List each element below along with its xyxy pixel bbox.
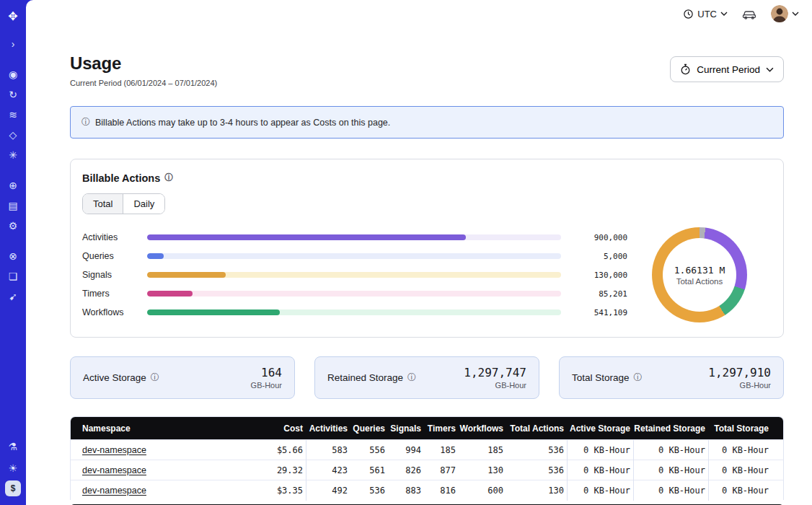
namespaces-icon[interactable]: ⊕: [4, 176, 22, 195]
cell-total-actions: 536: [506, 465, 567, 475]
feedback-icon[interactable]: ➹: [4, 287, 22, 306]
credits-dollar-icon[interactable]: $: [5, 480, 21, 496]
car-icon[interactable]: [742, 9, 756, 19]
stat-label: Retained Storage: [327, 372, 403, 383]
stat-unit: GB-Hour: [708, 381, 771, 390]
usage-icon[interactable]: ▤: [4, 196, 22, 215]
stat-value: 164: [251, 366, 282, 379]
billable-actions-chart: Activities 900,000 Queries 5,000 Signals…: [82, 227, 772, 322]
col-retained-storage: Retained Storage: [633, 423, 708, 434]
topbar: UTC: [26, 0, 812, 27]
info-icon[interactable]: ⓘ: [151, 372, 159, 384]
chevron-down-icon: [720, 12, 728, 16]
sidebar-expand-icon[interactable]: ›: [4, 35, 22, 53]
task-queues-icon[interactable]: ≋: [4, 105, 22, 124]
bar-fill: [147, 253, 164, 259]
bar-category-label: Queries: [82, 251, 137, 261]
col-total-storage: Total Storage: [708, 423, 772, 434]
cell-retained-storage: 0 KB-Hour: [633, 460, 708, 480]
deployments-icon[interactable]: ◇: [4, 126, 22, 144]
cell-active-storage: 0 KB-Hour: [567, 460, 633, 480]
info-icon[interactable]: ⓘ: [164, 172, 173, 184]
temporal-logo-icon[interactable]: ✥: [4, 7, 22, 26]
stopwatch-icon: [680, 63, 691, 75]
active-storage-card: Active Storage ⓘ 164 GB-Hour: [70, 356, 295, 399]
stat-value: 1,297,747: [464, 366, 526, 379]
cell-signals: 826: [388, 465, 424, 475]
nexus-icon[interactable]: ✳: [4, 146, 22, 164]
col-timers: Timers: [424, 423, 459, 434]
donut-total-label: Total Actions: [676, 277, 723, 286]
cell-total-storage: 0 KB-Hour: [708, 480, 772, 501]
cell-total-actions: 130: [506, 486, 567, 496]
stat-label: Total Storage: [572, 372, 630, 383]
total-actions-donut: 1.66131 M Total Actions: [652, 227, 747, 322]
bar-category-label: Timers: [82, 289, 137, 299]
table-row: dev-namespace 29.32 423 561 826 877 130 …: [71, 460, 783, 480]
period-button-label: Current Period: [697, 64, 760, 75]
sidebar: ✥ › ◉ ↻ ≋ ◇ ✳ ⊕ ▤ ⚙ ⊗ ❏ ➹ ⚗ ☀ $: [0, 0, 26, 505]
schedules-icon[interactable]: ↻: [4, 85, 22, 104]
bar-fill: [147, 234, 466, 240]
retained-storage-card: Retained Storage ⓘ 1,297,747 GB-Hour: [314, 356, 539, 399]
bar-value: 900,000: [571, 233, 627, 242]
info-icon: ⓘ: [81, 116, 90, 128]
page-title: Usage: [70, 53, 217, 74]
workflows-icon[interactable]: ◉: [4, 65, 22, 84]
col-signals: Signals: [388, 423, 424, 434]
cell-activities: 492: [306, 480, 350, 501]
clock-icon: [683, 9, 694, 19]
info-banner: ⓘ Billable Actions may take up to 3-4 ho…: [70, 106, 784, 139]
bar-track: [147, 291, 561, 297]
col-namespace: Namespace: [82, 423, 262, 434]
cell-signals: 883: [388, 486, 424, 496]
bar-fill: [147, 291, 193, 297]
chevron-down-icon: [766, 67, 774, 72]
bar-track: [147, 253, 561, 259]
tab-daily[interactable]: Daily: [123, 194, 164, 214]
bar-category-label: Activities: [82, 232, 137, 242]
namespace-link[interactable]: dev-namespace: [82, 445, 146, 455]
cell-activities: 583: [306, 440, 350, 460]
billable-tabs: Total Daily: [82, 193, 165, 214]
cell-total-actions: 536: [506, 445, 567, 455]
bar-value: 541,109: [571, 308, 627, 317]
labs-flask-icon[interactable]: ⚗: [4, 437, 22, 456]
namespace-link[interactable]: dev-namespace: [82, 465, 146, 475]
cell-active-storage: 0 KB-Hour: [567, 440, 633, 460]
bar-row: Signals 130,000: [82, 265, 627, 284]
cell-workflows: 600: [459, 486, 506, 496]
namespace-link[interactable]: dev-namespace: [82, 486, 146, 496]
cell-cost: $5.66: [262, 445, 306, 455]
main-panel: UTC Usage Current Period (06/01/2024 – 0…: [26, 0, 812, 505]
info-icon[interactable]: ⓘ: [634, 372, 643, 384]
namespace-usage-table: Namespace Cost Activities Queries Signal…: [70, 416, 784, 500]
col-workflows: Workflows: [459, 423, 506, 434]
cell-activities: 423: [306, 460, 350, 480]
table-row: dev-namespace $5.66 583 556 994 185 185 …: [71, 439, 783, 460]
billable-actions-card: Billable Actions ⓘ Total Daily Activitie…: [70, 159, 784, 338]
banner-text: Billable Actions may take up to 3-4 hour…: [95, 118, 390, 128]
settings-gear-icon[interactable]: ⚙: [4, 216, 22, 235]
page-subtitle: Current Period (06/01/2024 – 07/01/2024): [70, 79, 217, 87]
info-icon[interactable]: ⓘ: [407, 372, 416, 384]
bar-row: Queries 5,000: [82, 247, 627, 265]
bar-row: Timers 85,201: [82, 284, 627, 303]
period-selector-button[interactable]: Current Period: [670, 56, 784, 82]
cell-workflows: 130: [459, 465, 506, 475]
cell-retained-storage: 0 KB-Hour: [633, 480, 708, 501]
user-menu[interactable]: [771, 5, 799, 22]
cell-total-storage: 0 KB-Hour: [708, 460, 772, 480]
cell-timers: 816: [424, 486, 459, 496]
tab-total[interactable]: Total: [83, 194, 123, 214]
stat-unit: GB-Hour: [251, 381, 282, 390]
col-activities: Activities: [306, 423, 350, 434]
docs-icon[interactable]: ❏: [4, 267, 22, 286]
cell-cost: $3.35: [262, 486, 306, 496]
timezone-selector[interactable]: UTC: [683, 9, 728, 19]
col-cost: Cost: [262, 423, 306, 434]
theme-toggle-icon[interactable]: ☀: [4, 459, 22, 478]
table-row: dev-namespace $3.35 492 536 883 816 600 …: [71, 480, 783, 500]
timezone-label: UTC: [697, 9, 717, 19]
support-icon[interactable]: ⊗: [4, 247, 22, 265]
